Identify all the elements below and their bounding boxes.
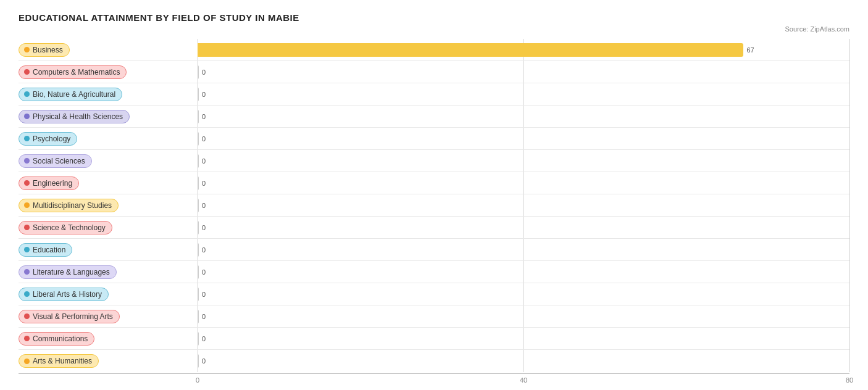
label-pill: Computers & Mathematics	[19, 65, 198, 79]
pill-dot	[24, 202, 30, 208]
label-pill: Physical & Health Sciences	[19, 110, 198, 123]
pill-dot	[24, 158, 30, 164]
label-pill: Psychology	[19, 132, 198, 146]
label-pill: Social Sciences	[19, 154, 198, 168]
label-pill: Bio, Nature & Agricultural	[19, 88, 198, 101]
bar-container: 0	[198, 332, 849, 346]
bar-label: Visual & Performing Arts	[33, 312, 113, 321]
bar-label: Computers & Mathematics	[33, 68, 120, 77]
chart-area: Business67Computers & Mathematics0Bio, N…	[19, 39, 849, 372]
bar-fill	[198, 88, 199, 101]
bar-container: 0	[198, 132, 849, 146]
bar-row: Computers & Mathematics0	[19, 61, 849, 83]
bar-row: Psychology0	[19, 128, 849, 150]
bar-value-label: 67	[746, 46, 754, 54]
bar-row: Engineering0	[19, 172, 849, 194]
pill-dot	[24, 313, 30, 319]
bar-value-label: 0	[202, 180, 206, 187]
bar-container: 0	[198, 243, 849, 257]
bar-container: 0	[198, 110, 849, 123]
pill-dot	[24, 225, 30, 230]
bar-label: Social Sciences	[33, 157, 85, 165]
bar-container: 0	[198, 265, 849, 279]
bar-value-label: 0	[202, 157, 206, 165]
bar-value-label: 0	[202, 91, 206, 98]
pill-dot	[24, 269, 30, 275]
bar-value-label: 0	[202, 224, 206, 231]
bar-container: 0	[198, 65, 849, 79]
bar-label: Multidisciplinary Studies	[33, 201, 112, 210]
bar-label: Liberal Arts & History	[33, 290, 102, 299]
pill-dot	[24, 114, 30, 119]
label-pill: Science & Technology	[19, 221, 198, 234]
pill-dot	[24, 247, 30, 252]
label-pill: Arts & Humanities	[19, 354, 198, 368]
bar-value-label: 0	[202, 313, 206, 320]
bar-container: 0	[198, 354, 849, 368]
source-label: Source: ZipAtlas.com	[19, 25, 849, 33]
bar-label: Arts & Humanities	[33, 357, 92, 365]
bar-fill	[198, 43, 743, 57]
bar-fill	[198, 132, 199, 146]
pill-dot	[24, 180, 30, 186]
bar-fill	[198, 265, 199, 279]
bar-row: Physical & Health Sciences0	[19, 106, 849, 128]
bar-row: Business67	[19, 39, 849, 61]
label-pill: Visual & Performing Arts	[19, 310, 198, 323]
bar-row: Literature & Languages0	[19, 261, 849, 283]
bar-container: 0	[198, 199, 849, 212]
bar-fill	[198, 288, 199, 301]
bar-container: 0	[198, 176, 849, 190]
bar-label: Psychology	[33, 135, 70, 143]
bar-row: Education0	[19, 239, 849, 261]
bar-container: 0	[198, 288, 849, 301]
bar-fill	[198, 199, 199, 212]
bar-value-label: 0	[202, 202, 206, 209]
x-tick-40: 40	[520, 376, 527, 384]
label-pill: Communications	[19, 332, 198, 346]
label-pill: Engineering	[19, 176, 198, 190]
pill-dot	[24, 91, 30, 97]
pill-dot	[24, 336, 30, 341]
bar-row: Communications0	[19, 328, 849, 350]
pill-dot	[24, 69, 30, 75]
bar-value-label: 0	[202, 68, 206, 76]
bar-row: Science & Technology0	[19, 217, 849, 239]
x-axis: 0 40 80	[19, 373, 849, 386]
bar-value-label: 0	[202, 357, 206, 365]
page-title: EDUCATIONAL ATTAINMENT BY FIELD OF STUDY…	[19, 12, 849, 23]
bar-value-label: 0	[202, 246, 206, 254]
bar-fill	[198, 154, 199, 168]
bar-fill	[198, 243, 199, 257]
bar-row: Social Sciences0	[19, 150, 849, 172]
bar-fill	[198, 354, 199, 368]
bar-fill	[198, 221, 199, 234]
bar-container: 67	[198, 43, 849, 57]
label-pill: Education	[19, 243, 198, 257]
label-pill: Literature & Languages	[19, 265, 198, 279]
bar-label: Education	[33, 246, 65, 254]
bar-row: Multidisciplinary Studies0	[19, 194, 849, 217]
bar-fill	[198, 65, 199, 79]
pill-dot	[24, 136, 30, 141]
bar-value-label: 0	[202, 291, 206, 298]
bar-label: Physical & Health Sciences	[33, 112, 123, 121]
bar-container: 0	[198, 154, 849, 168]
label-pill: Liberal Arts & History	[19, 288, 198, 301]
bar-label: Communications	[33, 334, 88, 343]
bar-label: Engineering	[33, 179, 72, 188]
bar-label: Literature & Languages	[33, 268, 110, 276]
pill-dot	[24, 291, 30, 297]
bar-row: Arts & Humanities0	[19, 350, 849, 372]
bar-fill	[198, 176, 199, 190]
pill-dot	[24, 359, 30, 364]
bar-fill	[198, 332, 199, 346]
bar-value-label: 0	[202, 113, 206, 120]
bar-container: 0	[198, 221, 849, 234]
bar-row: Bio, Nature & Agricultural0	[19, 83, 849, 106]
bar-fill	[198, 310, 199, 323]
bar-value-label: 0	[202, 268, 206, 276]
bar-row: Liberal Arts & History0	[19, 283, 849, 305]
bar-value-label: 0	[202, 335, 206, 342]
pill-dot	[24, 47, 30, 52]
